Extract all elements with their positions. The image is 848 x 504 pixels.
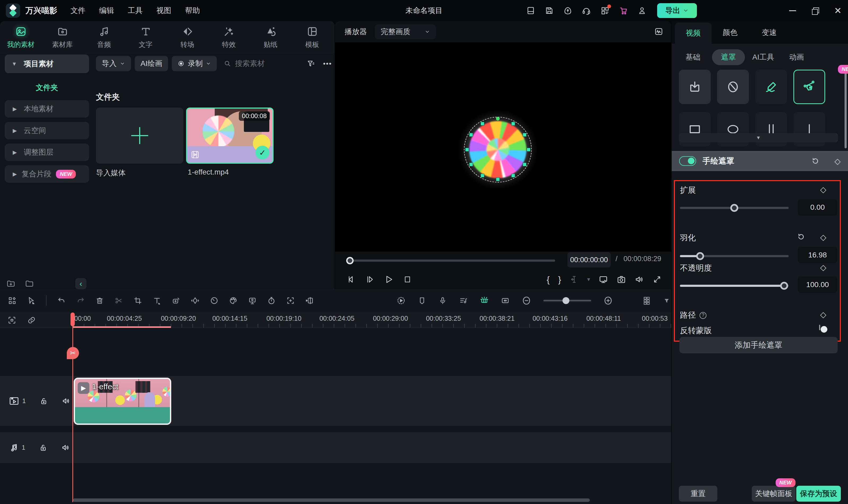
timeline-clip[interactable]: ▶ 1-effect (74, 378, 171, 425)
keyframe-diamond-icon[interactable]: ◇ (820, 263, 826, 272)
mask-handle[interactable] (511, 122, 515, 126)
apps-grid-icon[interactable] (601, 6, 609, 15)
mask-handle[interactable] (527, 148, 531, 151)
subtab-animation[interactable]: 动画 (789, 49, 804, 65)
mask-handle[interactable] (469, 163, 473, 166)
reset-icon[interactable] (811, 157, 820, 165)
tab-video[interactable]: 视频 (675, 22, 711, 44)
cart-icon[interactable] (619, 6, 628, 15)
import-button[interactable]: 导入 (96, 56, 131, 71)
window-restore-button[interactable] (812, 7, 818, 14)
mask-handle[interactable] (481, 174, 484, 177)
tab-stickers[interactable]: 贴纸 (250, 21, 291, 54)
track-mute-icon[interactable] (61, 443, 70, 452)
sidebar-item-adjustment-layer[interactable]: ▶ 调整图层 (5, 144, 89, 161)
voiceover-mic-icon[interactable] (438, 296, 447, 305)
subtab-mask[interactable]: 遮罩 (712, 49, 745, 65)
opacity-value[interactable]: 100.00 (798, 276, 837, 293)
auto-ripple-icon[interactable] (501, 296, 509, 305)
window-minimize-button[interactable] (789, 10, 796, 11)
keyframe-diamond-icon[interactable]: ◇ (820, 310, 826, 319)
sidebar-item-project-media[interactable]: ▼ 项目素材 (5, 55, 89, 73)
zoom-in-icon[interactable] (603, 296, 613, 305)
window-close-button[interactable]: ✕ (834, 6, 842, 15)
snap-region-icon[interactable] (7, 316, 16, 325)
menu-edit[interactable]: 编辑 (92, 0, 121, 21)
zoom-slider-handle[interactable] (563, 297, 569, 304)
marker-icon[interactable] (418, 296, 426, 305)
record-button[interactable]: 录制 (172, 56, 217, 71)
tab-transitions[interactable]: 转场 (167, 21, 208, 54)
invert-mask-toggle[interactable] (819, 325, 820, 330)
stopwatch-icon[interactable] (267, 296, 276, 305)
text-tool-icon[interactable] (153, 296, 161, 305)
fullscreen-icon[interactable] (653, 275, 662, 284)
expand-slider[interactable] (680, 204, 789, 212)
render-preview-icon[interactable] (397, 296, 405, 305)
keyframe-diamond-icon[interactable]: ◇ (820, 185, 826, 194)
mask-handle[interactable] (523, 163, 526, 166)
save-preset-button[interactable]: 保存为预设 (796, 486, 841, 502)
quality-dropdown[interactable]: 完整画质 (375, 24, 436, 39)
clip-split-icon[interactable] (305, 296, 314, 305)
crop-icon[interactable] (134, 296, 142, 305)
layout-panel-icon[interactable] (526, 6, 535, 15)
seek-handle[interactable] (346, 257, 353, 264)
mask-handle[interactable] (481, 122, 484, 126)
timeline-zoom-slider[interactable] (543, 300, 591, 301)
timeline-horizontal-scrollbar[interactable] (73, 499, 590, 502)
add-draw-mask-button[interactable]: 添加手绘遮罩 (679, 337, 838, 353)
new-folder-icon[interactable] (6, 279, 15, 288)
collapse-sidebar-button[interactable]: ‹ (75, 278, 86, 289)
redo-icon[interactable] (76, 296, 85, 305)
sidebar-item-cloud-space[interactable]: ▶ 云空间 (5, 122, 89, 139)
tab-effects[interactable]: 特效 (208, 21, 250, 54)
mark-out-brace-button[interactable]: } (558, 274, 561, 285)
volume-icon[interactable] (635, 275, 644, 284)
sidebar-item-compound-clip[interactable]: ▶ 复合片段 NEW (5, 165, 89, 183)
draw-mask-toggle[interactable] (679, 156, 696, 166)
play-button[interactable] (384, 274, 394, 285)
mask-outline[interactable] (464, 117, 532, 182)
reset-icon[interactable] (797, 233, 805, 241)
current-timecode[interactable]: 00:00:00:00 (567, 252, 611, 268)
media-browser-icon[interactable] (8, 296, 16, 305)
seek-bar[interactable] (348, 259, 555, 262)
feather-slider[interactable] (680, 252, 789, 260)
clip-play-icon[interactable]: ▶ (78, 382, 89, 394)
mask-tool-brush[interactable]: NEW (755, 70, 787, 104)
import-media-card[interactable] (96, 108, 184, 164)
search-input[interactable] (235, 59, 293, 68)
next-frame-button[interactable] (365, 275, 375, 284)
sidebar-item-folder-selected[interactable]: 文件夹 (5, 83, 89, 93)
mask-tool-import[interactable] (679, 70, 711, 104)
zoom-out-icon[interactable] (522, 296, 531, 305)
previous-frame-button[interactable] (347, 275, 356, 284)
clip-highlight-icon[interactable] (480, 296, 489, 305)
timeline-ruler[interactable]: 00:00 00:00:04:25 00:00:09:20 00:00:14:1… (0, 312, 671, 328)
snapshot-camera-icon[interactable] (617, 275, 626, 284)
delete-icon[interactable] (96, 296, 104, 305)
playhead-cap[interactable] (70, 312, 75, 326)
video-preview[interactable] (335, 42, 671, 252)
tab-stock-library[interactable]: 素材库 (41, 21, 83, 54)
filter-icon[interactable] (307, 59, 315, 68)
tab-audio[interactable]: 音频 (83, 21, 125, 54)
audio-mixer-icon[interactable] (459, 296, 468, 305)
mask-anchor-point[interactable] (496, 117, 500, 121)
speed-icon[interactable] (210, 296, 219, 305)
mask-tool-none[interactable] (717, 70, 749, 104)
track-filter-icon[interactable] (664, 298, 670, 304)
panel-scrollbar[interactable] (845, 70, 847, 148)
folder-up-icon[interactable] (25, 279, 34, 288)
menu-help[interactable]: 帮助 (178, 0, 207, 21)
playhead-scissors-badge[interactable]: ✂ (67, 347, 79, 359)
chevron-down-icon[interactable]: ▾ (587, 276, 590, 283)
undo-icon[interactable] (57, 296, 66, 305)
tab-color[interactable]: 颜色 (723, 21, 738, 44)
link-clips-icon[interactable] (27, 316, 36, 325)
mask-handle[interactable] (511, 174, 515, 177)
expand-value[interactable]: 0.00 (798, 199, 837, 216)
mask-tool-pen[interactable] (793, 70, 825, 104)
mask-handle[interactable] (465, 148, 469, 151)
